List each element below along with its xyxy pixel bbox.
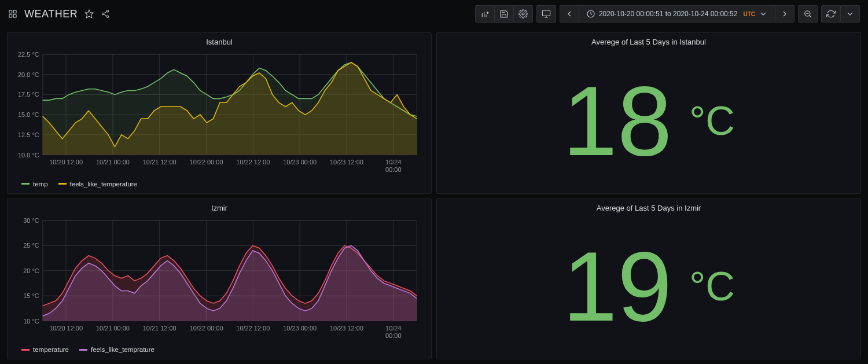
svg-rect-3 bbox=[13, 14, 16, 17]
tv-mode-button[interactable] bbox=[536, 5, 556, 23]
svg-line-9 bbox=[104, 14, 107, 16]
legend-item-temperature[interactable]: temperature bbox=[21, 346, 69, 353]
svg-text:15 °C: 15 °C bbox=[23, 292, 39, 299]
svg-rect-2 bbox=[9, 14, 12, 17]
svg-text:10/20 12:00: 10/20 12:00 bbox=[49, 159, 83, 166]
chart-legend: temp feels_like_temperature bbox=[8, 177, 431, 193]
stat-unit: °C bbox=[689, 263, 735, 310]
svg-text:00:00: 00:00 bbox=[385, 167, 401, 174]
svg-text:10/21 12:00: 10/21 12:00 bbox=[143, 159, 176, 166]
svg-text:10/22 00:00: 10/22 00:00 bbox=[190, 324, 223, 331]
svg-line-21 bbox=[810, 16, 811, 17]
dashboard-grid-icon bbox=[8, 9, 17, 19]
time-back-button[interactable] bbox=[560, 5, 579, 23]
gear-icon bbox=[518, 9, 528, 19]
svg-text:10/23 00:00: 10/23 00:00 bbox=[283, 159, 317, 166]
svg-text:10/22 00:00: 10/22 00:00 bbox=[190, 159, 223, 166]
svg-text:10/24: 10/24 bbox=[385, 159, 401, 166]
svg-text:10/21 00:00: 10/21 00:00 bbox=[96, 324, 130, 331]
toolbar-right: 2020-10-20 00:00:51 to 2020-10-24 00:00:… bbox=[475, 5, 860, 23]
stat-body: 18 °C bbox=[437, 49, 860, 193]
legend-label: temp bbox=[33, 181, 48, 187]
svg-text:12.5 °C: 12.5 °C bbox=[18, 131, 39, 138]
svg-text:10/21 00:00: 10/21 00:00 bbox=[96, 159, 130, 166]
chevron-right-icon bbox=[780, 9, 789, 19]
dashboard-toolbar: WEATHER bbox=[0, 0, 868, 28]
chevron-left-icon bbox=[565, 9, 574, 19]
refresh-button[interactable] bbox=[821, 5, 841, 23]
panel-istanbul-average[interactable]: Averege of Last 5 Days in Istanbul 18 °C bbox=[436, 32, 861, 194]
clock-icon bbox=[586, 9, 595, 19]
svg-rect-16 bbox=[542, 10, 550, 16]
svg-text:10/20 12:00: 10/20 12:00 bbox=[49, 324, 83, 331]
chart-area: 10 °C15 °C20 °C25 °C30 °C10/20 12:0010/2… bbox=[8, 215, 431, 343]
legend-item-feels-like[interactable]: feels_like_temprature bbox=[79, 346, 155, 353]
svg-text:20.0 °C: 20.0 °C bbox=[18, 71, 39, 78]
panel-title: Izmir bbox=[8, 199, 431, 215]
svg-text:10/23 12:00: 10/23 12:00 bbox=[330, 159, 363, 166]
svg-text:00:00: 00:00 bbox=[385, 332, 401, 339]
svg-text:17.5 °C: 17.5 °C bbox=[18, 91, 39, 98]
svg-text:15.0 °C: 15.0 °C bbox=[18, 111, 39, 118]
svg-line-8 bbox=[104, 12, 107, 13]
time-forward-button[interactable] bbox=[775, 5, 795, 23]
panel-izmir-chart[interactable]: Izmir 10 °C15 °C20 °C25 °C30 °C10/20 12:… bbox=[7, 198, 432, 360]
settings-button[interactable] bbox=[514, 5, 533, 23]
time-zone-label: UTC bbox=[743, 11, 755, 17]
panel-title: Averege of Last 5 Days in Istanbul bbox=[437, 33, 860, 49]
svg-text:10/22 12:00: 10/22 12:00 bbox=[236, 159, 270, 166]
svg-text:10.0 °C: 10.0 °C bbox=[18, 152, 39, 159]
time-range-group: 2020-10-20 00:00:51 to 2020-10-24 00:00:… bbox=[560, 5, 795, 23]
svg-text:10/21 12:00: 10/21 12:00 bbox=[143, 324, 176, 331]
svg-text:25 °C: 25 °C bbox=[23, 242, 39, 249]
svg-text:10/24: 10/24 bbox=[385, 324, 401, 331]
refresh-interval-button[interactable] bbox=[841, 5, 860, 23]
stat-unit: °C bbox=[689, 98, 735, 144]
save-button[interactable] bbox=[495, 5, 514, 23]
izmir-line-chart: 10 °C15 °C20 °C25 °C30 °C10/20 12:0010/2… bbox=[11, 217, 423, 341]
legend-swatch bbox=[21, 349, 30, 351]
share-icon[interactable] bbox=[101, 9, 110, 19]
legend-swatch bbox=[79, 349, 87, 351]
legend-item-feels-like[interactable]: feels_like_temperature bbox=[58, 181, 137, 187]
legend-label: temperature bbox=[33, 346, 69, 353]
chart-area: 10.0 °C12.5 °C15.0 °C17.5 °C20.0 °C22.5 … bbox=[8, 49, 431, 177]
add-panel-button[interactable] bbox=[475, 5, 495, 23]
panel-istanbul-chart[interactable]: Istanbul 10.0 °C12.5 °C15.0 °C17.5 °C20.… bbox=[7, 32, 432, 194]
legend-swatch bbox=[58, 183, 67, 185]
svg-point-15 bbox=[522, 13, 524, 15]
istanbul-line-chart: 10.0 °C12.5 °C15.0 °C17.5 °C20.0 °C22.5 … bbox=[11, 51, 423, 175]
zoom-out-icon bbox=[803, 9, 812, 19]
svg-text:22.5 °C: 22.5 °C bbox=[18, 51, 39, 58]
chart-legend: temperature feels_like_temprature bbox=[8, 343, 431, 359]
toolbar-left: WEATHER bbox=[8, 8, 110, 20]
time-range-picker[interactable]: 2020-10-20 00:00:51 to 2020-10-24 00:00:… bbox=[579, 5, 775, 23]
svg-rect-0 bbox=[9, 10, 12, 13]
legend-label: feels_like_temperature bbox=[70, 181, 137, 187]
monitor-icon bbox=[542, 9, 551, 19]
dashboard-title: WEATHER bbox=[24, 8, 78, 20]
zoom-out-button[interactable] bbox=[798, 5, 818, 23]
stat-value: 18 bbox=[562, 72, 672, 170]
save-icon bbox=[499, 9, 509, 19]
chevron-down-icon bbox=[845, 9, 855, 19]
panel-title: Istanbul bbox=[8, 33, 431, 49]
svg-text:20 °C: 20 °C bbox=[23, 267, 39, 274]
legend-item-temp[interactable]: temp bbox=[21, 181, 48, 187]
refresh-icon bbox=[826, 9, 836, 19]
svg-text:30 °C: 30 °C bbox=[23, 217, 39, 224]
svg-rect-1 bbox=[13, 10, 16, 13]
legend-swatch bbox=[21, 183, 30, 185]
time-range-label: 2020-10-20 00:00:51 to 2020-10-24 00:00:… bbox=[599, 10, 738, 18]
svg-text:10 °C: 10 °C bbox=[23, 317, 39, 324]
panel-grid: Istanbul 10.0 °C12.5 °C15.0 °C17.5 °C20.… bbox=[0, 28, 868, 364]
stat-value: 19 bbox=[562, 237, 672, 336]
toolbar-edit-group bbox=[475, 5, 533, 23]
svg-text:10/23 00:00: 10/23 00:00 bbox=[283, 324, 317, 331]
panel-izmir-average[interactable]: Averege of Last 5 Days in Izmir 19 °C bbox=[436, 198, 861, 360]
chevron-down-icon bbox=[759, 9, 768, 19]
star-icon[interactable] bbox=[84, 9, 94, 19]
svg-text:10/23 12:00: 10/23 12:00 bbox=[330, 324, 363, 331]
panel-title: Averege of Last 5 Days in Izmir bbox=[437, 199, 860, 215]
bar-chart-plus-icon bbox=[480, 9, 490, 19]
